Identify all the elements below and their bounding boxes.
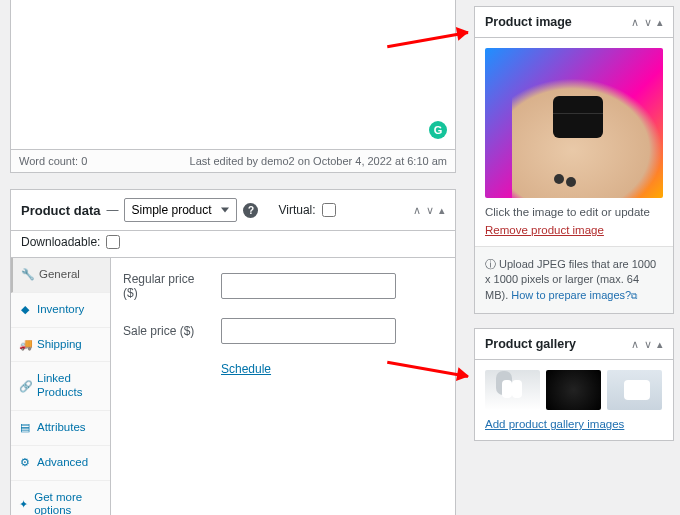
regular-price-input[interactable] xyxy=(221,273,396,299)
tab-general[interactable]: 🔧General xyxy=(11,258,110,293)
regular-price-label: Regular price ($) xyxy=(123,272,211,300)
sparkle-icon: ✦ xyxy=(19,498,28,511)
tab-get-more[interactable]: ✦Get more options xyxy=(11,481,110,515)
how-to-prepare-link[interactable]: How to prepare images?⧉ xyxy=(511,289,637,301)
product-data-title: Product data xyxy=(21,203,100,218)
downloadable-label: Downloadable: xyxy=(21,235,100,249)
chevron-up-icon[interactable]: ∧ xyxy=(631,338,639,351)
chevron-down-icon[interactable]: ∨ xyxy=(644,16,652,29)
chevron-down-icon[interactable]: ∨ xyxy=(426,204,434,217)
tab-linked-products[interactable]: 🔗Linked Products xyxy=(11,362,110,411)
add-gallery-images[interactable]: Add product gallery images xyxy=(485,418,624,430)
editor-status-bar: Word count: 0 Last edited by demo2 on Oc… xyxy=(10,150,456,173)
link-icon: 🔗 xyxy=(19,380,31,393)
image-hint: Click the image to edit or update xyxy=(485,206,663,218)
chevron-up-icon[interactable]: ∧ xyxy=(413,204,421,217)
chevron-down-icon[interactable]: ∨ xyxy=(644,338,652,351)
virtual-label: Virtual: xyxy=(278,203,315,217)
product-gallery-title: Product gallery xyxy=(485,337,576,351)
tab-inventory[interactable]: ◆Inventory xyxy=(11,293,110,328)
product-type-select[interactable]: Simple product xyxy=(124,198,237,222)
description-editor[interactable]: G xyxy=(10,0,456,150)
help-icon[interactable]: ? xyxy=(243,203,258,218)
truck-icon: 🚚 xyxy=(19,338,31,351)
grammarly-icon[interactable]: G xyxy=(429,121,447,139)
product-data-tabs: 🔧General ◆Inventory 🚚Shipping 🔗Linked Pr… xyxy=(11,258,111,515)
gallery-thumb[interactable] xyxy=(485,370,540,410)
product-image-thumbnail[interactable] xyxy=(485,48,663,198)
gear-icon: ⚙ xyxy=(19,456,31,469)
chevron-up-icon[interactable]: ∧ xyxy=(631,16,639,29)
downloadable-checkbox[interactable] xyxy=(106,235,120,249)
info-icon: ⓘ xyxy=(485,258,496,270)
product-gallery-box: Product gallery ∧ ∨ ▴ Add product galler… xyxy=(474,328,674,441)
tab-attributes[interactable]: ▤Attributes xyxy=(11,411,110,446)
gallery-thumb[interactable] xyxy=(546,370,601,410)
dash: — xyxy=(106,203,118,217)
tab-advanced[interactable]: ⚙Advanced xyxy=(11,446,110,481)
product-image-box: Product image ∧ ∨ ▴ Click the image to e… xyxy=(474,6,674,314)
sale-price-input[interactable] xyxy=(221,318,396,344)
sale-price-label: Sale price ($) xyxy=(123,324,211,338)
product-image-title: Product image xyxy=(485,15,572,29)
collapse-icon[interactable]: ▴ xyxy=(439,204,445,217)
list-icon: ◆ xyxy=(19,303,31,316)
collapse-icon[interactable]: ▴ xyxy=(657,338,663,351)
attributes-icon: ▤ xyxy=(19,421,31,434)
upload-note: ⓘ Upload JPEG files that are 1000 x 1000… xyxy=(475,246,673,313)
gallery-thumb[interactable] xyxy=(607,370,662,410)
collapse-icon[interactable]: ▴ xyxy=(657,16,663,29)
tab-shipping[interactable]: 🚚Shipping xyxy=(11,328,110,363)
virtual-checkbox[interactable] xyxy=(322,203,336,217)
remove-product-image[interactable]: Remove product image xyxy=(485,224,604,236)
schedule-link[interactable]: Schedule xyxy=(221,362,271,376)
last-edited: Last edited by demo2 on October 4, 2022 … xyxy=(190,155,447,167)
product-data-panel: Product data — Simple product ? Virtual:… xyxy=(10,189,456,515)
word-count: Word count: 0 xyxy=(19,155,87,167)
wrench-icon: 🔧 xyxy=(21,268,33,281)
external-icon: ⧉ xyxy=(631,291,637,301)
